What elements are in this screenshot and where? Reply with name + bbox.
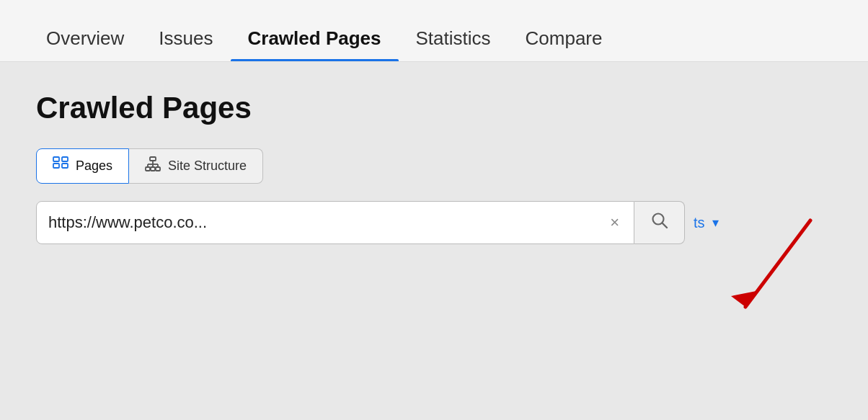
search-icon [650,211,669,235]
site-structure-view-button[interactable]: Site Structure [129,148,263,184]
tab-crawled-pages[interactable]: Crawled Pages [231,16,399,61]
pages-button-label: Pages [76,158,112,174]
search-row: × [36,201,685,244]
tab-overview[interactable]: Overview [29,16,141,61]
top-navigation: Overview Issues Crawled Pages Statistics… [0,0,868,62]
tab-statistics[interactable]: Statistics [399,16,508,61]
clear-search-button[interactable]: × [607,210,622,235]
pages-icon [53,156,68,176]
site-structure-icon [145,156,161,176]
svg-marker-16 [731,291,756,307]
svg-rect-1 [53,164,59,168]
svg-rect-7 [156,167,160,171]
clear-icon: × [610,213,619,232]
chevron-down-icon[interactable]: ▾ [712,215,719,231]
svg-rect-3 [62,164,68,168]
pages-view-button[interactable]: Pages [36,148,129,184]
svg-rect-4 [150,157,156,161]
main-content: Crawled Pages Pages [0,62,868,273]
svg-rect-2 [62,157,68,161]
search-input-wrapper: × [36,201,634,244]
svg-rect-6 [151,167,155,171]
site-structure-button-label: Site Structure [168,158,247,174]
view-toggle: Pages Site Structure [36,148,832,184]
search-button[interactable] [634,201,685,244]
page-title: Crawled Pages [36,91,832,125]
filters-area: ts ▾ [694,215,719,231]
tab-issues[interactable]: Issues [141,16,230,61]
search-input[interactable] [48,213,607,232]
svg-rect-0 [53,157,59,161]
tab-compare[interactable]: Compare [508,16,620,61]
svg-line-14 [662,223,667,228]
svg-rect-5 [146,167,150,171]
filters-label[interactable]: ts [694,215,705,231]
